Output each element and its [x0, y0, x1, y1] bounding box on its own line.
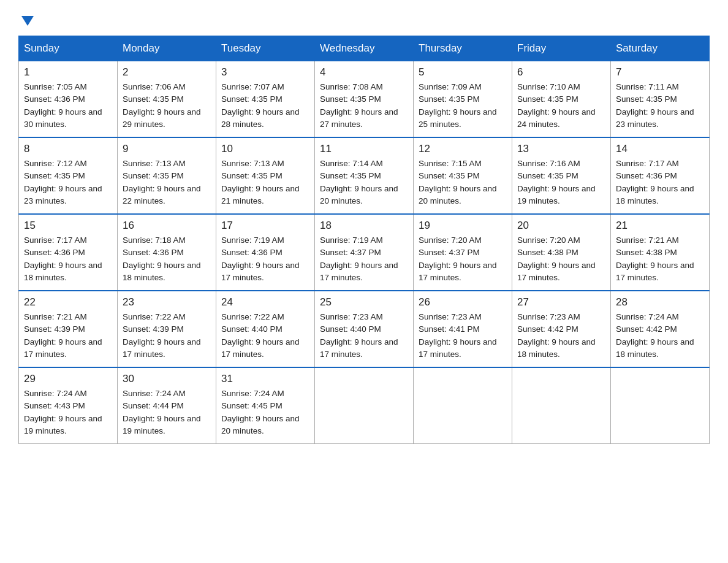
calendar-cell: 16 Sunrise: 7:18 AMSunset: 4:36 PMDaylig… [118, 214, 216, 291]
day-info: Sunrise: 7:15 AMSunset: 4:35 PMDaylight:… [419, 159, 497, 205]
day-number: 11 [320, 143, 408, 155]
calendar-cell: 21 Sunrise: 7:21 AMSunset: 4:38 PMDaylig… [611, 214, 710, 291]
calendar-cell: 1 Sunrise: 7:05 AMSunset: 4:36 PMDayligh… [19, 61, 118, 138]
day-info: Sunrise: 7:22 AMSunset: 4:40 PMDaylight:… [221, 312, 300, 359]
calendar-cell: 5 Sunrise: 7:09 AMSunset: 4:35 PMDayligh… [414, 61, 512, 138]
calendar-cell [512, 367, 611, 444]
day-info: Sunrise: 7:24 AMSunset: 4:43 PMDaylight:… [24, 389, 102, 435]
calendar-cell: 12 Sunrise: 7:15 AMSunset: 4:35 PMDaylig… [414, 137, 512, 214]
calendar-cell: 23 Sunrise: 7:22 AMSunset: 4:39 PMDaylig… [118, 291, 216, 367]
calendar-cell: 18 Sunrise: 7:19 AMSunset: 4:37 PMDaylig… [315, 214, 414, 291]
day-info: Sunrise: 7:06 AMSunset: 4:35 PMDaylight:… [123, 82, 201, 129]
day-info: Sunrise: 7:24 AMSunset: 4:44 PMDaylight:… [123, 389, 201, 435]
header-friday: Friday [512, 36, 611, 61]
day-info: Sunrise: 7:08 AMSunset: 4:35 PMDaylight:… [320, 82, 398, 129]
day-info: Sunrise: 7:13 AMSunset: 4:35 PMDaylight:… [123, 159, 201, 205]
calendar-week-row: 22 Sunrise: 7:21 AMSunset: 4:39 PMDaylig… [19, 291, 710, 367]
day-info: Sunrise: 7:07 AMSunset: 4:35 PMDaylight:… [221, 82, 300, 129]
calendar-cell: 15 Sunrise: 7:17 AMSunset: 4:36 PMDaylig… [19, 214, 118, 291]
calendar-cell [315, 367, 414, 444]
calendar-cell: 7 Sunrise: 7:11 AMSunset: 4:35 PMDayligh… [611, 61, 710, 138]
day-number: 7 [616, 66, 704, 79]
calendar-week-row: 1 Sunrise: 7:05 AMSunset: 4:36 PMDayligh… [19, 61, 710, 138]
calendar-cell: 14 Sunrise: 7:17 AMSunset: 4:36 PMDaylig… [611, 137, 710, 214]
page-header [18, 12, 710, 25]
header-saturday: Saturday [611, 36, 710, 61]
day-info: Sunrise: 7:23 AMSunset: 4:42 PMDaylight:… [517, 312, 596, 359]
header-tuesday: Tuesday [216, 36, 315, 61]
calendar-cell: 13 Sunrise: 7:16 AMSunset: 4:35 PMDaylig… [512, 137, 611, 214]
day-number: 10 [221, 143, 309, 155]
day-number: 3 [221, 66, 309, 79]
day-number: 15 [24, 220, 112, 232]
day-number: 21 [616, 220, 704, 232]
calendar-cell: 3 Sunrise: 7:07 AMSunset: 4:35 PMDayligh… [216, 61, 315, 138]
day-info: Sunrise: 7:16 AMSunset: 4:35 PMDaylight:… [517, 159, 596, 205]
calendar-cell: 9 Sunrise: 7:13 AMSunset: 4:35 PMDayligh… [118, 137, 216, 214]
calendar-cell: 6 Sunrise: 7:10 AMSunset: 4:35 PMDayligh… [512, 61, 611, 138]
calendar-cell: 25 Sunrise: 7:23 AMSunset: 4:40 PMDaylig… [315, 291, 414, 367]
day-info: Sunrise: 7:09 AMSunset: 4:35 PMDaylight:… [419, 82, 497, 129]
day-info: Sunrise: 7:21 AMSunset: 4:38 PMDaylight:… [616, 236, 694, 282]
day-number: 1 [24, 66, 112, 79]
day-number: 8 [24, 143, 112, 155]
day-info: Sunrise: 7:19 AMSunset: 4:36 PMDaylight:… [221, 236, 300, 282]
day-number: 31 [221, 373, 309, 385]
day-info: Sunrise: 7:21 AMSunset: 4:39 PMDaylight:… [24, 312, 102, 359]
day-info: Sunrise: 7:20 AMSunset: 4:38 PMDaylight:… [517, 236, 596, 282]
day-number: 16 [123, 220, 211, 232]
day-number: 27 [517, 296, 605, 308]
day-number: 20 [517, 220, 605, 232]
day-number: 24 [221, 296, 309, 308]
calendar-cell: 31 Sunrise: 7:24 AMSunset: 4:45 PMDaylig… [216, 367, 315, 444]
day-info: Sunrise: 7:17 AMSunset: 4:36 PMDaylight:… [616, 159, 694, 205]
day-number: 19 [419, 220, 507, 232]
day-info: Sunrise: 7:23 AMSunset: 4:41 PMDaylight:… [419, 312, 497, 359]
header-wednesday: Wednesday [315, 36, 414, 61]
day-number: 17 [221, 220, 309, 232]
header-sunday: Sunday [19, 36, 118, 61]
day-info: Sunrise: 7:10 AMSunset: 4:35 PMDaylight:… [517, 82, 596, 129]
day-info: Sunrise: 7:24 AMSunset: 4:42 PMDaylight:… [616, 312, 694, 359]
calendar-cell: 26 Sunrise: 7:23 AMSunset: 4:41 PMDaylig… [414, 291, 512, 367]
calendar-week-row: 29 Sunrise: 7:24 AMSunset: 4:43 PMDaylig… [19, 367, 710, 444]
calendar-cell: 2 Sunrise: 7:06 AMSunset: 4:35 PMDayligh… [118, 61, 216, 138]
calendar-cell: 30 Sunrise: 7:24 AMSunset: 4:44 PMDaylig… [118, 367, 216, 444]
day-number: 22 [24, 296, 112, 308]
day-info: Sunrise: 7:22 AMSunset: 4:39 PMDaylight:… [123, 312, 201, 359]
logo [18, 12, 34, 25]
day-number: 14 [616, 143, 704, 155]
day-number: 30 [123, 373, 211, 385]
day-info: Sunrise: 7:11 AMSunset: 4:35 PMDaylight:… [616, 82, 694, 129]
day-number: 6 [517, 66, 605, 79]
day-number: 13 [517, 143, 605, 155]
header-thursday: Thursday [414, 36, 512, 61]
calendar-cell: 10 Sunrise: 7:13 AMSunset: 4:35 PMDaylig… [216, 137, 315, 214]
day-number: 18 [320, 220, 408, 232]
day-number: 28 [616, 296, 704, 308]
day-info: Sunrise: 7:18 AMSunset: 4:36 PMDaylight:… [123, 236, 201, 282]
day-number: 9 [123, 143, 211, 155]
calendar-cell [611, 367, 710, 444]
calendar-cell: 28 Sunrise: 7:24 AMSunset: 4:42 PMDaylig… [611, 291, 710, 367]
day-info: Sunrise: 7:12 AMSunset: 4:35 PMDaylight:… [24, 159, 102, 205]
logo-blue-text [18, 16, 34, 25]
calendar-cell: 19 Sunrise: 7:20 AMSunset: 4:37 PMDaylig… [414, 214, 512, 291]
calendar-cell: 24 Sunrise: 7:22 AMSunset: 4:40 PMDaylig… [216, 291, 315, 367]
calendar-cell [414, 367, 512, 444]
day-number: 25 [320, 296, 408, 308]
calendar-cell: 11 Sunrise: 7:14 AMSunset: 4:35 PMDaylig… [315, 137, 414, 214]
day-info: Sunrise: 7:13 AMSunset: 4:35 PMDaylight:… [221, 159, 300, 205]
calendar-week-row: 15 Sunrise: 7:17 AMSunset: 4:36 PMDaylig… [19, 214, 710, 291]
logo-triangle-icon [21, 16, 34, 26]
calendar-cell: 8 Sunrise: 7:12 AMSunset: 4:35 PMDayligh… [19, 137, 118, 214]
day-info: Sunrise: 7:14 AMSunset: 4:35 PMDaylight:… [320, 159, 398, 205]
day-info: Sunrise: 7:24 AMSunset: 4:45 PMDaylight:… [221, 389, 300, 435]
calendar-cell: 4 Sunrise: 7:08 AMSunset: 4:35 PMDayligh… [315, 61, 414, 138]
calendar-week-row: 8 Sunrise: 7:12 AMSunset: 4:35 PMDayligh… [19, 137, 710, 214]
day-info: Sunrise: 7:20 AMSunset: 4:37 PMDaylight:… [419, 236, 497, 282]
day-number: 4 [320, 66, 408, 79]
calendar-cell: 20 Sunrise: 7:20 AMSunset: 4:38 PMDaylig… [512, 214, 611, 291]
calendar-cell: 22 Sunrise: 7:21 AMSunset: 4:39 PMDaylig… [19, 291, 118, 367]
calendar-cell: 29 Sunrise: 7:24 AMSunset: 4:43 PMDaylig… [19, 367, 118, 444]
